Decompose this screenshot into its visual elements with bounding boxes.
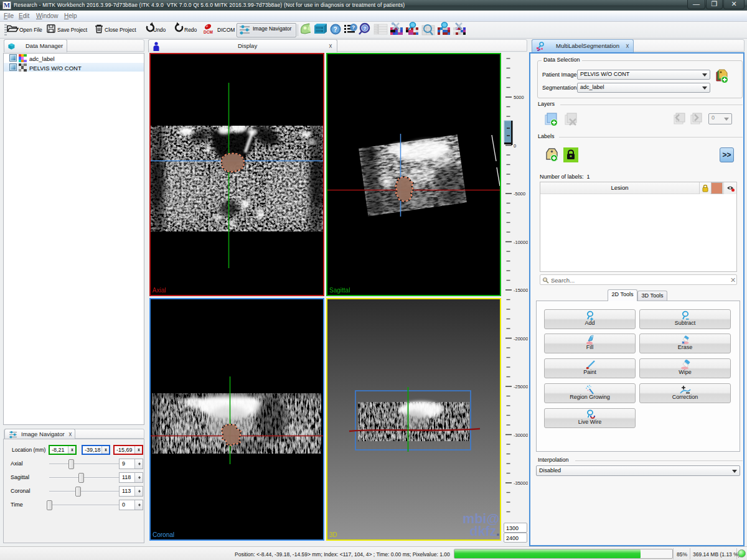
- svg-text:-15000: -15000: [514, 287, 528, 293]
- svg-text:-5000: -5000: [514, 191, 525, 197]
- svg-text:3D: 3D: [329, 531, 337, 538]
- svg-text:1:10: 1:10: [375, 32, 378, 34]
- svg-text:DCM: DCM: [204, 30, 213, 34]
- svg-text:-10000: -10000: [514, 240, 528, 245]
- svg-text:-20000: -20000: [514, 336, 528, 342]
- svg-text:?: ?: [352, 24, 355, 30]
- svg-text:5000: 5000: [514, 95, 524, 100]
- svg-text:-35000: -35000: [514, 480, 528, 486]
- svg-text:?: ?: [334, 26, 337, 33]
- svg-text:0: 0: [514, 143, 516, 149]
- svg-text:?: ?: [364, 26, 367, 31]
- svg-text:Axial: Axial: [153, 287, 166, 294]
- svg-text:Coronal: Coronal: [153, 531, 174, 538]
- svg-text:Sagittal: Sagittal: [329, 287, 350, 294]
- svg-text:dkfz.: dkfz.: [469, 524, 500, 539]
- svg-text:-25000: -25000: [514, 384, 528, 390]
- svg-text:-30000: -30000: [514, 432, 528, 438]
